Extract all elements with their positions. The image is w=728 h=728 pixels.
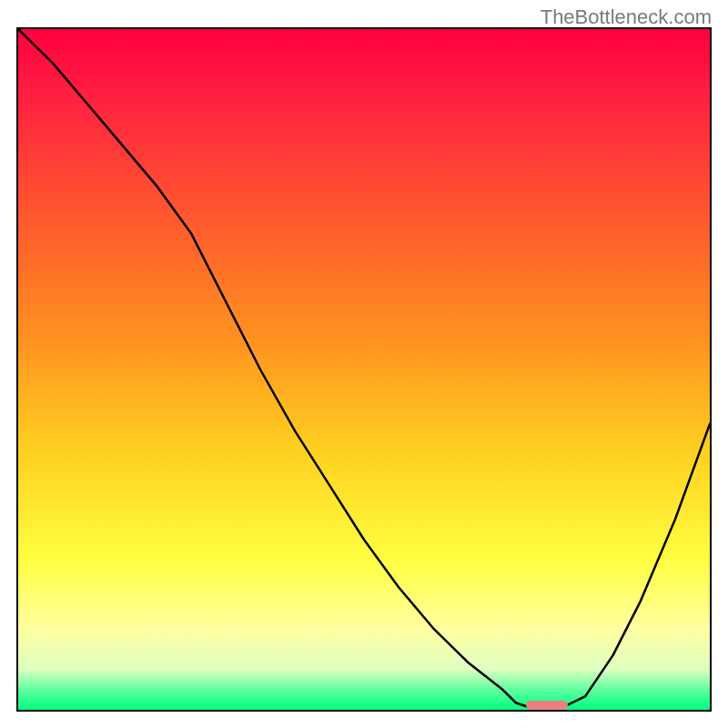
- bottleneck-curve: [18, 29, 710, 710]
- watermark-text: TheBottleneck.com: [541, 5, 712, 29]
- chart-container: TheBottleneck.com: [0, 0, 728, 728]
- plot-area: [16, 27, 712, 712]
- optimal-marker: [526, 701, 568, 710]
